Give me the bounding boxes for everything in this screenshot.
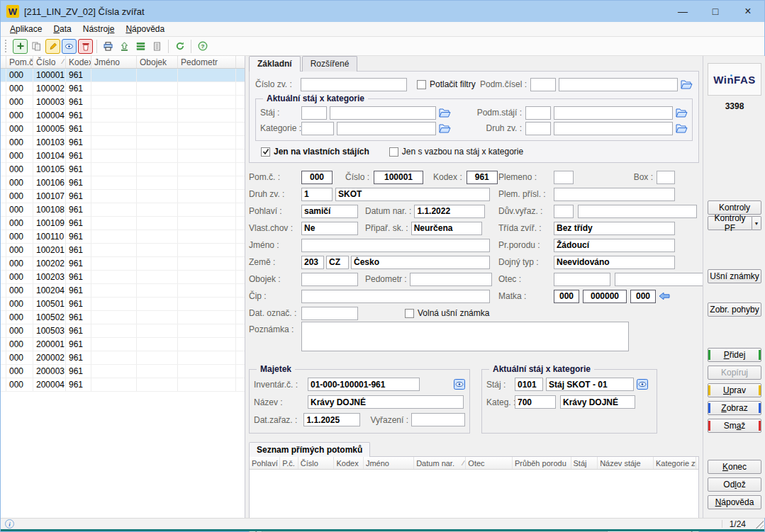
pcol-kodex[interactable]: Kodex	[334, 457, 363, 469]
vlast-chov-field[interactable]	[301, 222, 358, 235]
table-row[interactable]: 000 200004 961	[1, 378, 245, 392]
pcol-prubeh-porodu[interactable]: Průběh porodu	[513, 457, 571, 469]
menu-nastroje[interactable]: Nástroje	[77, 23, 121, 35]
podm-cisel-folder-icon[interactable]	[681, 79, 693, 89]
delete-icon[interactable]	[78, 39, 93, 54]
jen-vazba-checkbox[interactable]	[389, 147, 398, 157]
goto-mother-arrow-icon[interactable]	[659, 292, 670, 300]
smaz-button[interactable]: Smaž	[708, 419, 761, 433]
staj-code-input[interactable]	[301, 106, 327, 120]
view-icon[interactable]	[62, 39, 77, 54]
podm-cisel-name-input[interactable]	[559, 78, 678, 91]
zobraz-button[interactable]: Zobraz	[708, 401, 761, 415]
plem-prisl-field[interactable]	[554, 188, 675, 201]
dojny-typ-field[interactable]	[554, 256, 675, 269]
druh-zv-folder-icon[interactable]	[676, 123, 688, 133]
table-row[interactable]: 000 100103 961	[1, 136, 245, 149]
pcol-cislo[interactable]: Číslo	[298, 457, 335, 469]
cislo-field[interactable]	[374, 171, 423, 184]
kontroly-pf-dropdown-icon[interactable]: ▼	[752, 216, 761, 230]
aktualni-staj-name-field[interactable]	[546, 378, 634, 391]
table-row[interactable]: 000 100005 961	[1, 123, 245, 136]
pcol-staj[interactable]: Stáj	[571, 457, 598, 469]
dat-oznac-field[interactable]	[301, 307, 358, 320]
podm-staji-name-input[interactable]	[554, 106, 673, 120]
table-row[interactable]: 000 100104 961	[1, 149, 245, 163]
refresh-icon[interactable]	[172, 39, 187, 54]
pcol-pc[interactable]: P.č.	[280, 457, 298, 469]
usni-znamky-button[interactable]: Ušní známky	[708, 269, 761, 283]
table-row[interactable]: 000 100201 961	[1, 244, 245, 257]
kateg-code-field[interactable]	[515, 395, 556, 409]
tab-zakladni[interactable]: Základní	[249, 56, 301, 72]
trida-zvir-field[interactable]	[554, 222, 675, 235]
maximize-button[interactable]: □	[699, 1, 732, 22]
zobr-pohyby-button[interactable]: Zobr. pohyby	[708, 302, 761, 317]
vyrazeni-field[interactable]	[411, 413, 465, 426]
minimize-button[interactable]: —	[666, 1, 699, 22]
obojek-field[interactable]	[301, 273, 358, 286]
matka-kodex-field[interactable]	[630, 290, 656, 303]
close-button[interactable]: ×	[732, 1, 764, 22]
add-icon[interactable]	[13, 39, 28, 54]
napoveda-button[interactable]: Nápověda	[708, 495, 761, 509]
tab-rozsirene[interactable]: Rozšířené	[302, 56, 358, 72]
col-jmeno[interactable]: Jméno	[91, 56, 137, 68]
pcol-nazev[interactable]: Název	[696, 457, 698, 469]
uprav-button[interactable]: Uprav	[708, 383, 761, 397]
table-row[interactable]: 000 100501 961	[1, 298, 245, 311]
toolbar-grip[interactable]	[5, 40, 9, 52]
matka-pom-field[interactable]	[554, 290, 579, 303]
menu-napoveda[interactable]: Nápověda	[120, 23, 170, 35]
pcol-datum-nar[interactable]: Datum nar.∕	[414, 457, 466, 469]
table-row[interactable]: 000 100107 961	[1, 190, 245, 203]
potlacit-filtry-checkbox[interactable]	[417, 80, 426, 89]
pcol-pohlavi[interactable]: Pohlaví	[250, 457, 280, 469]
kontroly-pf-button[interactable]: Kontroly PF	[708, 216, 752, 230]
druh-zv-code-input[interactable]	[525, 122, 551, 135]
cislo-zv-input[interactable]	[301, 78, 407, 91]
report-icon[interactable]	[150, 39, 164, 54]
majetek-view-icon[interactable]	[454, 379, 465, 390]
winfas-app-icon[interactable]: W	[6, 5, 19, 18]
table-row[interactable]: 000 100003 961	[1, 96, 245, 109]
staj-name-input[interactable]	[330, 106, 436, 120]
kategorie-code-input[interactable]	[301, 122, 334, 135]
table-row[interactable]: 000 100502 961	[1, 311, 245, 324]
duv-vyraz-code-field[interactable]	[554, 205, 574, 218]
datum-nar-field[interactable]	[414, 205, 485, 218]
table-row[interactable]: 000 100108 961	[1, 203, 245, 217]
table-row[interactable]: 000 200001 961	[1, 338, 245, 351]
pohlavi-field[interactable]	[301, 205, 358, 218]
druh-zv-name-field[interactable]	[335, 188, 490, 201]
poznamka-textarea[interactable]	[301, 322, 629, 351]
table-row[interactable]: 000 100203 961	[1, 271, 245, 284]
table-row[interactable]: 000 100204 961	[1, 284, 245, 298]
table-row[interactable]: 000 100105 961	[1, 163, 245, 176]
table-row[interactable]: 000 100001 961	[1, 69, 245, 82]
nazev-field[interactable]	[308, 395, 464, 409]
col-kodex[interactable]: Kodex	[66, 56, 91, 68]
pripar-sk-field[interactable]	[411, 222, 482, 235]
table-row[interactable]: 000 200003 961	[1, 365, 245, 378]
menu-data[interactable]: Data	[48, 23, 77, 35]
druh-zv-code-field[interactable]	[301, 188, 333, 201]
jen-vlastni-checkbox[interactable]	[261, 147, 270, 157]
podm-cisel-code-input[interactable]	[530, 78, 556, 91]
kodex-field[interactable]	[467, 171, 498, 184]
edit-icon[interactable]	[45, 39, 60, 54]
kontroly-button[interactable]: Kontroly	[708, 200, 761, 215]
aktualni-staj-code-field[interactable]	[515, 378, 543, 391]
staj-folder-icon[interactable]	[439, 108, 451, 118]
duv-vyraz-name-field[interactable]	[578, 205, 697, 218]
table-row[interactable]: 000 100202 961	[1, 257, 245, 271]
menu-aplikace[interactable]: Aplikace	[4, 23, 48, 35]
col-obojek[interactable]: Obojek	[137, 56, 178, 68]
table-row[interactable]: 000 100004 961	[1, 109, 245, 123]
pcol-kategorie-zv[interactable]: Kategorie zv.	[654, 457, 696, 469]
pridej-button[interactable]: Přidej	[708, 348, 761, 362]
print-icon[interactable]	[101, 39, 116, 54]
volna-usni-checkbox[interactable]	[405, 309, 414, 318]
zeme-iso-field[interactable]	[326, 256, 349, 269]
otec-code-field[interactable]	[554, 273, 610, 286]
